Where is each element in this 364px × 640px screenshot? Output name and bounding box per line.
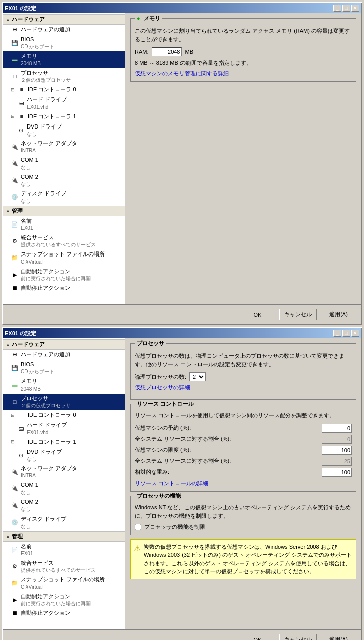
sidebar-item-bios-1[interactable]: 💾 BIOS CD からブート	[3, 35, 125, 51]
sidebar-item-com2-2[interactable]: 🔌 COM 2 なし	[3, 497, 125, 514]
memory-desc: この仮想マシンに割り当てられているランダム アクセス メモリ (RAM) の容量…	[135, 27, 352, 43]
ide0-expand-1: ⊟	[11, 87, 15, 93]
limit-input[interactable]	[322, 446, 352, 455]
ok-btn-1[interactable]: OK	[239, 309, 276, 320]
sidebar-item-processor-1[interactable]: □ プロセッサ ２個の仮想プロセッサ	[3, 68, 125, 85]
processor-desc: 仮想プロセッサの数は、物理コンピュータ上のプロセッサの数に基づいて変更できます。…	[135, 352, 352, 368]
sidebar-item-com1-2[interactable]: 🔌 COM 1 なし	[3, 480, 125, 497]
weight-input[interactable]	[322, 468, 352, 477]
com2-icon-2: 🔌	[11, 501, 19, 509]
ide0-icon-2: ≡	[18, 411, 26, 419]
sidebar-item-com1-1[interactable]: 🔌 COM 1 なし	[3, 155, 125, 172]
ide1-label-2: IDE コントローラ 1	[28, 438, 76, 446]
sidebar-item-autostop-1[interactable]: ⏹ 自動停止アクション	[3, 283, 125, 293]
sidebar-item-integration-2[interactable]: ⚙ 統合サービス 提供されているすべてのサービス	[3, 558, 125, 575]
close-btn-1[interactable]: ✕	[351, 5, 359, 12]
ide1-expand-1: ⊟	[11, 113, 15, 120]
ide1-icon-1: ≡	[18, 113, 26, 121]
sidebar-item-memory-1[interactable]: ▬ メモリ 2048 MB	[3, 51, 125, 68]
network-label-1: ネットワーク アダプタ	[21, 140, 77, 147]
sidebar-item-name-2[interactable]: 📄 名前 EX01	[3, 542, 125, 558]
hardware-label-2: ハードウェア	[12, 341, 45, 348]
minimize-btn-1[interactable]: _	[333, 5, 341, 12]
ide1-label-1: IDE コントローラ 1	[28, 113, 76, 120]
sidebar-item-ide0-1[interactable]: ⊟ ≡ IDE コントローラ 0	[3, 85, 125, 95]
sidebar-item-name-1[interactable]: 📄 名前 EX01	[3, 216, 125, 233]
sidebar-item-disk-2[interactable]: 💿 ディスク ドライブ なし	[3, 514, 125, 531]
virtual-proc-link[interactable]: 仮想プロセッサの詳細	[135, 383, 352, 391]
cancel-btn-1[interactable]: キャンセル	[279, 309, 317, 320]
reservation-pct-label: 全システム リソースに対する割合 (%):	[135, 435, 231, 443]
sidebar-item-ide1-1[interactable]: ⊟ ≡ IDE コントローラ 1	[3, 112, 125, 122]
warning-icon: ⚠	[134, 543, 141, 576]
com1-icon-1: 🔌	[11, 160, 19, 168]
ok-btn-2[interactable]: OK	[239, 634, 276, 640]
title-1: EX01 の設定	[5, 5, 36, 12]
logical-proc-select[interactable]: 2 1 3 4	[189, 372, 206, 381]
dvd-icon-2: ⊙	[17, 451, 25, 459]
sidebar-item-processor-2[interactable]: □ プロセッサ ２個の仮想プロセッサ	[3, 394, 125, 410]
sidebar-item-hdd-2[interactable]: 🖴 ハード ドライブ EX01.vhd	[3, 420, 125, 437]
maximize-btn-1[interactable]: □	[342, 5, 350, 12]
com2-label-1: COM 2	[21, 173, 38, 181]
sidebar-item-network-2[interactable]: 🔌 ネットワーク アダプタ INTRA	[3, 464, 125, 480]
sidebar-item-autostart-2[interactable]: ▶ 自動開始アクション 前に実行されていた場合に再開	[3, 592, 125, 608]
logical-proc-row: 論理プロセッサの数: 2 1 3 4	[135, 372, 352, 381]
sidebar-item-network-1[interactable]: 🔌 ネットワーク アダプタ INTRA	[3, 139, 125, 155]
autostop-label-1: 自動停止アクション	[21, 284, 70, 292]
bottom-bar-2: OK キャンセル 適用(A)	[3, 629, 361, 640]
processor-label-2: プロセッサ	[21, 395, 71, 402]
network-sub-2: INTRA	[21, 472, 77, 479]
sidebar-item-add-hw-2[interactable]: ⊕ ハードウェアの追加	[3, 350, 125, 360]
sidebar-item-autostop-2[interactable]: ⏹ 自動停止アクション	[3, 608, 125, 618]
processor-sub-2: ２個の仮想プロセッサ	[21, 402, 71, 409]
name-icon-2: 📄	[11, 546, 19, 554]
cancel-btn-2[interactable]: キャンセル	[279, 634, 317, 640]
disk-icon-2: 💿	[11, 519, 19, 527]
sidebar-item-hdd-1[interactable]: 🖴 ハード ドライブ EX01.vhd	[3, 95, 125, 111]
disk-icon-1: 💿	[11, 193, 19, 201]
reservation-pct-input	[322, 435, 352, 444]
apply-btn-1[interactable]: 適用(A)	[320, 309, 357, 320]
close-btn-2[interactable]: ✕	[351, 330, 359, 337]
sidebar-item-add-hw-1[interactable]: ⊕ ハードウェアの追加	[3, 25, 125, 35]
ram-input[interactable]	[152, 47, 182, 56]
com2-sub-2: なし	[21, 506, 38, 513]
processor-icon-2: □	[11, 398, 19, 406]
sidebar-item-snapshot-1[interactable]: 📁 スナップショット ファイルの場所 C:¥Virtual	[3, 249, 125, 266]
features-box: プロセッサの機能 Windows NT など、この仮想マシン上の古いオペレーティ…	[130, 496, 356, 535]
sidebar-item-autostart-1[interactable]: ▶ 自動開始アクション 前に実行されていた場合に再開	[3, 267, 125, 283]
sidebar-item-memory-2[interactable]: ▬ メモリ 2048 MB	[3, 376, 125, 393]
snapshot-sub-2: C:¥Virtual	[21, 584, 105, 591]
resource-link[interactable]: リソース コントロールの詳細	[135, 480, 352, 487]
sidebar-item-disk-1[interactable]: 💿 ディスク ドライブ なし	[3, 189, 125, 205]
features-desc: Windows NT など、この仮想マシン上の古いオペレーティング システムを実…	[135, 503, 352, 520]
memory-link[interactable]: 仮想マシンのメモリ管理に関する詳細	[135, 70, 352, 77]
reservation-pct-row: 全システム リソースに対する割合 (%):	[135, 435, 352, 444]
management-expand-icon-1: ▲	[6, 208, 10, 213]
autostop-icon-1: ⏹	[11, 284, 19, 292]
sidebar-item-snapshot-2[interactable]: 📁 スナップショット ファイルの場所 C:¥Virtual	[3, 575, 125, 591]
minimize-btn-2[interactable]: _	[333, 330, 341, 337]
sidebar-item-dvd-2[interactable]: ⊙ DVD ドライブ なし	[3, 447, 125, 464]
features-checkbox[interactable]	[135, 524, 141, 530]
bios-sub-2: CD からブート	[21, 368, 54, 375]
title-2: EX01 の設定	[5, 330, 36, 337]
sidebar-item-integration-1[interactable]: ⚙ 統合サービス 提供されているすべてのサービス	[3, 233, 125, 249]
sidebar-item-ide1-2[interactable]: ⊟ ≡ IDE コントローラ 1	[3, 437, 125, 447]
title-buttons-1: _ □ ✕	[333, 5, 359, 12]
hardware-expand-icon-2: ▲	[6, 342, 10, 347]
sidebar-item-dvd-1[interactable]: ⊙ DVD ドライブ なし	[3, 122, 125, 139]
sidebar-item-bios-2[interactable]: 💾 BIOS CD からブート	[3, 360, 125, 376]
sidebar-item-ide0-2[interactable]: ⊟ ≡ IDE コントローラ 0	[3, 410, 125, 420]
name-sub-1: EX01	[21, 225, 33, 232]
sidebar-item-com2-1[interactable]: 🔌 COM 2 なし	[3, 172, 125, 189]
disk-label-1: ディスク ドライブ	[21, 190, 66, 197]
maximize-btn-2[interactable]: □	[342, 330, 350, 337]
name-label-2: 名前	[21, 543, 33, 550]
warning-text: 複数の仮想プロセッサを搭載する仮想マシンは、Windows Server 200…	[144, 543, 353, 576]
hardware-expand-icon-1: ▲	[6, 17, 10, 22]
bios-icon-2: 💾	[11, 364, 19, 372]
apply-btn-2[interactable]: 適用(A)	[320, 634, 357, 640]
reservation-input[interactable]	[322, 424, 352, 433]
